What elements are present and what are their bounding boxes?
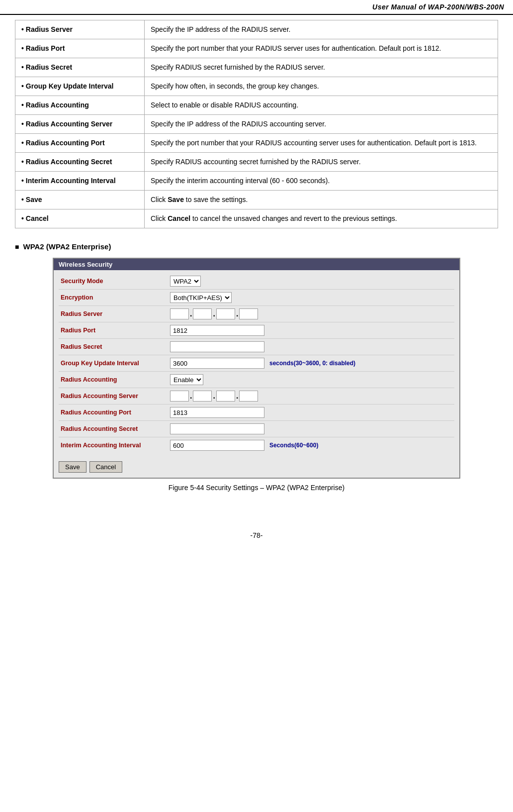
info-table: Radius ServerSpecify the IP address of t… bbox=[15, 20, 498, 228]
form-row: Radius Accounting Port bbox=[59, 405, 454, 421]
info-row-desc: Specify RADIUS secret furnished by the R… bbox=[145, 58, 498, 77]
ip-dot: . bbox=[213, 310, 215, 318]
form-field-label: Radius Accounting Secret bbox=[61, 425, 170, 432]
info-row-label: Radius Accounting Server bbox=[15, 115, 145, 134]
info-row-label: Save bbox=[15, 191, 145, 209]
ip-octet-input[interactable] bbox=[193, 391, 212, 402]
info-row-label: Radius Accounting Port bbox=[15, 134, 145, 153]
ip-dot: . bbox=[213, 392, 215, 400]
form-row: EncryptionBoth(TKIP+AES) bbox=[59, 290, 454, 306]
ip-dot: . bbox=[190, 310, 192, 318]
form-buttons: SaveCancel bbox=[54, 456, 459, 478]
info-row-label: Group Key Update Interval bbox=[15, 77, 145, 96]
form-field-label: Radius Server bbox=[61, 310, 170, 317]
section-heading: WPA2 (WPA2 Enterprise) bbox=[15, 242, 498, 251]
form-row: Radius Secret bbox=[59, 339, 454, 355]
ip-group: ... bbox=[170, 391, 258, 402]
cancel-button[interactable]: Cancel bbox=[89, 461, 122, 473]
form-row: Group Key Update Intervalseconds(30~3600… bbox=[59, 355, 454, 372]
form-field-control bbox=[170, 341, 452, 352]
form-field-control bbox=[170, 325, 452, 336]
page-footer: -78- bbox=[0, 521, 513, 544]
form-text-input[interactable] bbox=[170, 358, 264, 369]
form-field-control bbox=[170, 423, 452, 434]
form-field-control: Both(TKIP+AES) bbox=[170, 292, 452, 303]
info-row-desc: Specify the interim accounting interval … bbox=[145, 172, 498, 191]
form-text-input[interactable] bbox=[170, 440, 264, 451]
form-field-label: Group Key Update Interval bbox=[61, 360, 170, 367]
form-select[interactable]: Both(TKIP+AES) bbox=[170, 292, 232, 303]
info-row-label: Interim Accounting Interval bbox=[15, 172, 145, 191]
info-row-desc: Click Save to save the settings. bbox=[145, 191, 498, 209]
ip-octet-input[interactable] bbox=[239, 391, 258, 402]
form-field-label: Radius Secret bbox=[61, 343, 170, 350]
figure-caption-text: Figure 5-44 Security Settings – WPA2 (WP… bbox=[169, 484, 344, 492]
ip-dot: . bbox=[190, 392, 192, 400]
ui-box-title: Wireless Security bbox=[54, 259, 459, 270]
form-field-label: Radius Accounting Port bbox=[61, 409, 170, 416]
form-input-suffix: Seconds(60~600) bbox=[269, 442, 318, 449]
page-number: -78- bbox=[251, 531, 263, 539]
form-field-control: ... bbox=[170, 391, 452, 402]
ip-octet-input[interactable] bbox=[170, 391, 189, 402]
ip-octet-input[interactable] bbox=[239, 308, 258, 319]
ip-octet-input[interactable] bbox=[216, 308, 235, 319]
form-field-label: Security Mode bbox=[61, 278, 170, 285]
ip-group: ... bbox=[170, 308, 258, 319]
info-row-label: Radius Accounting Secret bbox=[15, 153, 145, 172]
form-row: Radius AccountingEnable bbox=[59, 372, 454, 388]
info-row-desc: Click Cancel to cancel the unsaved chang… bbox=[145, 209, 498, 228]
form-text-input[interactable] bbox=[170, 325, 264, 336]
info-row-label: Cancel bbox=[15, 209, 145, 228]
header-title: User Manual of WAP-200N/WBS-200N bbox=[372, 3, 504, 11]
form-row: Interim Accounting IntervalSeconds(60~60… bbox=[59, 437, 454, 453]
form-field-control bbox=[170, 407, 452, 418]
form-field-control: ... bbox=[170, 308, 452, 319]
info-row-label: Radius Server bbox=[15, 20, 145, 39]
ui-form: Security ModeWPA2EncryptionBoth(TKIP+AES… bbox=[54, 270, 459, 456]
form-row: Security ModeWPA2 bbox=[59, 273, 454, 290]
form-field-label: Interim Accounting Interval bbox=[61, 442, 170, 449]
info-row-desc: Specify the port number that your RADIUS… bbox=[145, 39, 498, 58]
form-field-label: Radius Accounting bbox=[61, 376, 170, 383]
section-heading-text: WPA2 (WPA2 Enterprise) bbox=[23, 242, 111, 251]
form-text-input[interactable] bbox=[170, 423, 264, 434]
form-field-control: Seconds(60~600) bbox=[170, 440, 452, 451]
info-row-label: Radius Accounting bbox=[15, 96, 145, 115]
ip-dot: . bbox=[236, 392, 238, 400]
info-row-desc: Specify the IP address of the RADIUS acc… bbox=[145, 115, 498, 134]
ip-octet-input[interactable] bbox=[193, 308, 212, 319]
main-content: Radius ServerSpecify the IP address of t… bbox=[0, 15, 513, 521]
save-button[interactable]: Save bbox=[59, 461, 86, 473]
ip-dot: . bbox=[236, 310, 238, 318]
form-field-control: WPA2 bbox=[170, 276, 452, 287]
ip-octet-input[interactable] bbox=[170, 308, 189, 319]
info-row-desc: Specify the IP address of the RADIUS ser… bbox=[145, 20, 498, 39]
info-row-label: Radius Port bbox=[15, 39, 145, 58]
form-row: Radius Accounting Secret bbox=[59, 421, 454, 437]
form-field-label: Encryption bbox=[61, 294, 170, 301]
info-row-desc: Specify how often, in seconds, the group… bbox=[145, 77, 498, 96]
form-select[interactable]: Enable bbox=[170, 374, 203, 385]
info-row-desc: Specify the port number that your RADIUS… bbox=[145, 134, 498, 153]
form-row: Radius Port bbox=[59, 322, 454, 339]
form-text-input[interactable] bbox=[170, 407, 264, 418]
figure-caption: Figure 5-44 Security Settings – WPA2 (WP… bbox=[15, 484, 498, 492]
form-text-input[interactable] bbox=[170, 341, 264, 352]
info-row-desc: Specify RADIUS accounting secret furnish… bbox=[145, 153, 498, 172]
ip-octet-input[interactable] bbox=[216, 391, 235, 402]
form-field-label: Radius Port bbox=[61, 327, 170, 334]
form-row: Radius Accounting Server... bbox=[59, 388, 454, 405]
form-field-control: seconds(30~3600, 0: disabled) bbox=[170, 358, 452, 369]
info-row-desc: Select to enable or disable RADIUS accou… bbox=[145, 96, 498, 115]
page-header: User Manual of WAP-200N/WBS-200N bbox=[0, 0, 513, 15]
form-row: Radius Server... bbox=[59, 306, 454, 322]
info-row-label: Radius Secret bbox=[15, 58, 145, 77]
form-field-label: Radius Accounting Server bbox=[61, 393, 170, 400]
form-field-control: Enable bbox=[170, 374, 452, 385]
ui-box: Wireless Security Security ModeWPA2Encry… bbox=[53, 258, 460, 479]
form-select[interactable]: WPA2 bbox=[170, 276, 201, 287]
form-input-suffix: seconds(30~3600, 0: disabled) bbox=[269, 360, 355, 367]
